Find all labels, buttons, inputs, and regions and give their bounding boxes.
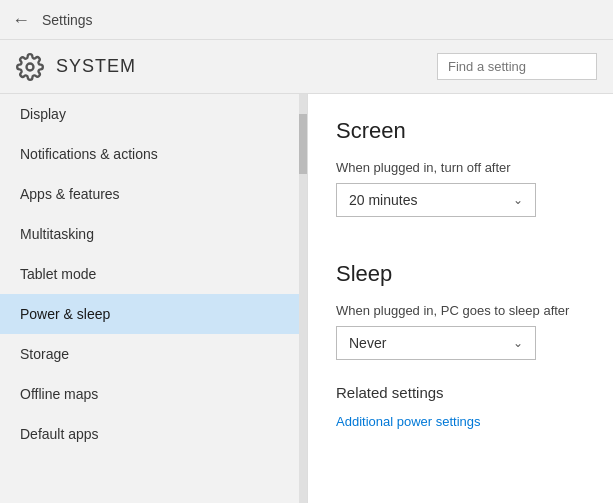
sidebar: Display Notifications & actions Apps & f… bbox=[0, 94, 308, 503]
header: SYSTEM bbox=[0, 40, 613, 94]
sidebar-item-notifications[interactable]: Notifications & actions bbox=[0, 134, 307, 174]
page-title: SYSTEM bbox=[56, 56, 437, 77]
section-divider bbox=[336, 241, 585, 261]
sidebar-item-apps[interactable]: Apps & features bbox=[0, 174, 307, 214]
screen-section: Screen When plugged in, turn off after 2… bbox=[336, 118, 585, 217]
sidebar-item-default-apps[interactable]: Default apps bbox=[0, 414, 307, 454]
screen-title: Screen bbox=[336, 118, 585, 144]
sidebar-item-display[interactable]: Display bbox=[0, 94, 307, 134]
sleep-section: Sleep When plugged in, PC goes to sleep … bbox=[336, 261, 585, 360]
gear-icon bbox=[16, 53, 44, 81]
sleep-label: When plugged in, PC goes to sleep after bbox=[336, 303, 585, 318]
main-layout: Display Notifications & actions Apps & f… bbox=[0, 94, 613, 503]
sidebar-item-multitasking[interactable]: Multitasking bbox=[0, 214, 307, 254]
related-settings-title: Related settings bbox=[336, 384, 585, 401]
screen-dropdown[interactable]: 20 minutes ⌄ bbox=[336, 183, 536, 217]
sleep-dropdown-value: Never bbox=[349, 335, 386, 351]
screen-label: When plugged in, turn off after bbox=[336, 160, 585, 175]
back-button[interactable]: ← bbox=[12, 11, 30, 29]
chevron-down-icon-sleep: ⌄ bbox=[513, 336, 523, 350]
search-input[interactable] bbox=[437, 53, 597, 80]
sidebar-item-storage[interactable]: Storage bbox=[0, 334, 307, 374]
sidebar-scrollbar[interactable] bbox=[299, 94, 307, 503]
svg-point-0 bbox=[27, 63, 34, 70]
related-settings-section: Related settings Additional power settin… bbox=[336, 384, 585, 429]
additional-power-settings-link[interactable]: Additional power settings bbox=[336, 414, 481, 429]
sidebar-scrollbar-thumb[interactable] bbox=[299, 114, 307, 174]
chevron-down-icon: ⌄ bbox=[513, 193, 523, 207]
sidebar-item-tablet-mode[interactable]: Tablet mode bbox=[0, 254, 307, 294]
sidebar-item-offline-maps[interactable]: Offline maps bbox=[0, 374, 307, 414]
content-area: Screen When plugged in, turn off after 2… bbox=[308, 94, 613, 503]
title-bar: ← Settings bbox=[0, 0, 613, 40]
title-bar-title: Settings bbox=[42, 12, 93, 28]
sleep-dropdown[interactable]: Never ⌄ bbox=[336, 326, 536, 360]
sidebar-item-power-sleep[interactable]: Power & sleep bbox=[0, 294, 307, 334]
sleep-title: Sleep bbox=[336, 261, 585, 287]
screen-dropdown-value: 20 minutes bbox=[349, 192, 417, 208]
